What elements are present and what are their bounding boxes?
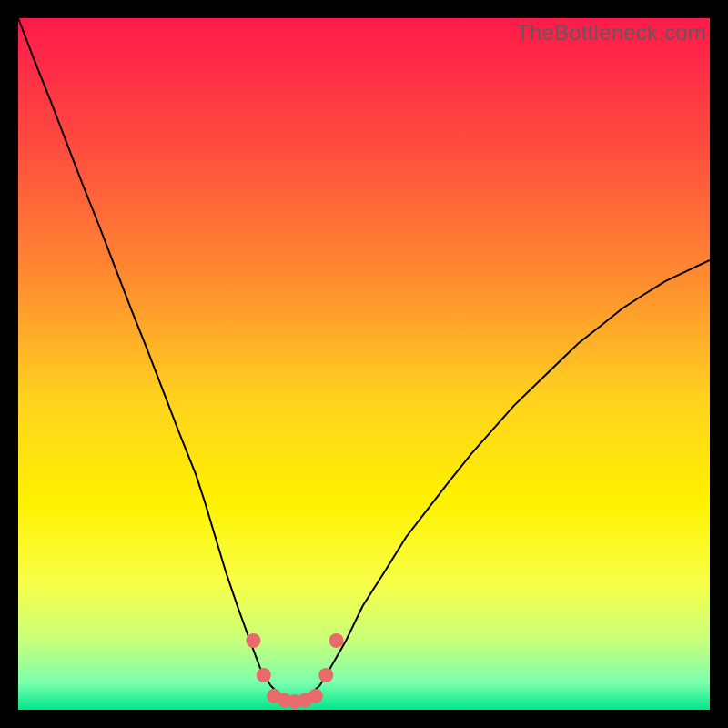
chart-background (18, 18, 710, 710)
bottom-marker (246, 633, 260, 648)
bottom-marker (308, 689, 323, 703)
bottom-marker (318, 668, 333, 682)
bottom-marker (329, 633, 344, 648)
chart-frame: TheBottleneck.com (18, 18, 710, 710)
watermark-text: TheBottleneck.com (516, 20, 706, 46)
bottom-marker (257, 668, 271, 682)
bottleneck-chart (18, 18, 710, 710)
